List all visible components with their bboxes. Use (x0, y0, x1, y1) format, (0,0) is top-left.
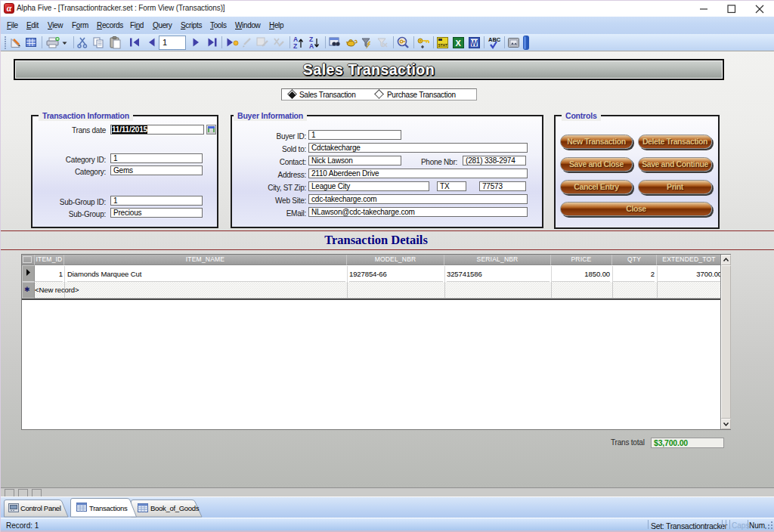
svg-text:ABC: ABC (488, 36, 501, 43)
svg-text:X: X (456, 39, 462, 48)
svg-text:Transactions: Transactions (89, 504, 128, 512)
svg-text:A: A (309, 42, 314, 50)
svg-text:W: W (471, 39, 478, 48)
svg-text:Control Panel: Control Panel (20, 504, 61, 512)
svg-text:STAT: STAT (438, 43, 447, 48)
svg-text:Z: Z (293, 42, 297, 50)
svg-text:1: 1 (163, 38, 167, 47)
svg-text:Book_of_Goods: Book_of_Goods (150, 504, 200, 512)
